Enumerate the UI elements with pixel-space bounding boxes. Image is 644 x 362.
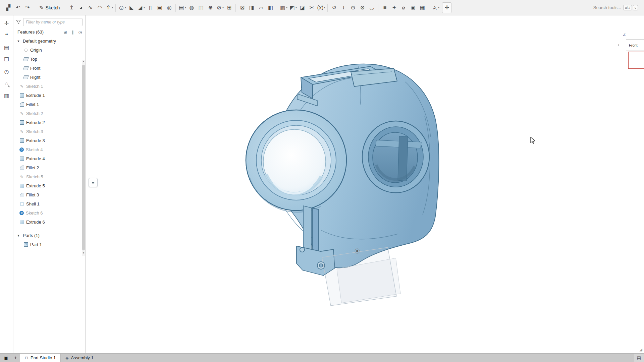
triad-move-button[interactable]: ✛ (1, 17, 12, 29)
feature-row[interactable]: Origin (13, 46, 85, 55)
feature-row[interactable]: Right (13, 73, 85, 82)
boolean-button[interactable]: ⊕ (206, 2, 215, 13)
sheet-metal-button[interactable]: ◬▾ (431, 2, 440, 13)
fill-surface-button[interactable]: ▨▾ (279, 2, 288, 13)
app-menu-icon[interactable]: ▞ (3, 2, 13, 13)
shell-button[interactable]: ▣ (155, 2, 164, 13)
sketch-button[interactable]: ✎ Sketch (36, 2, 63, 13)
chevron-down-icon[interactable]: ▼ (16, 234, 21, 237)
mate-connector-button[interactable]: ◉ (408, 2, 418, 13)
feature-row[interactable]: ✎Sketch 2 (13, 109, 85, 118)
tab-part-studio[interactable]: ⊡ Part Studio 1 (20, 354, 61, 362)
project-curve-button[interactable]: ⊙ (348, 2, 358, 13)
suppress-icon[interactable]: ∥ (72, 30, 74, 35)
feature-row[interactable]: Fillet 3 (13, 190, 85, 199)
feature-row[interactable]: Extrude 3 (13, 136, 85, 145)
document-panel-button[interactable]: ▤ (1, 42, 12, 54)
extend-surface-button[interactable]: ◪ (298, 2, 307, 13)
tab-manager-button[interactable]: ▤ (634, 354, 644, 362)
undo-button[interactable]: ↶ (13, 2, 23, 13)
helix-button[interactable]: ↺ (329, 2, 339, 13)
feature-list-button[interactable]: ▥ (1, 90, 12, 102)
tag-button[interactable]: ✦ (389, 2, 399, 13)
hole-button[interactable]: ◎ (164, 2, 174, 13)
sweep-button[interactable]: ∿ (86, 2, 95, 13)
search-button[interactable]: ◌ (1, 78, 12, 90)
transform-button[interactable]: ⊞ (224, 2, 234, 13)
delete-part-button[interactable]: ⊠ (237, 2, 247, 13)
scroll-up-icon[interactable]: ▲ (82, 60, 85, 64)
add-tab-button[interactable]: + (11, 354, 20, 362)
parts-list-button[interactable]: ❒ (1, 54, 12, 66)
feature-row[interactable]: Shell 1 (13, 199, 85, 208)
viewport[interactable]: ≡ Z ‹ Front ◢ (86, 15, 644, 353)
view-cube-rotate-icon[interactable]: ‹ (618, 42, 619, 47)
feature-row[interactable]: Extrude 2 (13, 118, 85, 127)
boundary-surface-button[interactable]: ◩▾ (288, 2, 298, 13)
linear-pattern-button[interactable]: ▤▾ (177, 2, 187, 13)
feature-row[interactable]: Part 1 (13, 240, 85, 249)
feature-row[interactable]: ✎Sketch 3 (13, 127, 85, 136)
replace-face-button[interactable]: ◧ (266, 2, 275, 13)
composite-curve-button[interactable]: ≡ (380, 2, 389, 13)
intersection-curve-button[interactable]: ⊗ (358, 2, 367, 13)
mirror-button[interactable]: ◫ (196, 2, 206, 13)
rollback-icon[interactable]: ◷ (78, 30, 82, 35)
default-geometry-group[interactable]: ▼ Default geometry (13, 37, 85, 46)
thicken-button[interactable]: ⇑▾ (104, 2, 114, 13)
chevron-down-icon[interactable]: ▼ (16, 40, 21, 43)
variable-button[interactable]: (x)▾ (316, 2, 326, 13)
sketch-plane[interactable] (322, 247, 400, 306)
comment-button[interactable]: ❝ (1, 29, 12, 42)
extrude-button[interactable]: ↥ (67, 2, 76, 13)
tab-assembly[interactable]: ◈ Assembly 1 (61, 354, 98, 362)
rib-button[interactable]: ▯ (146, 2, 155, 13)
offset-surface-button[interactable]: ▱ (256, 2, 266, 13)
center-target-button[interactable]: ✛ (442, 2, 451, 13)
feature-row[interactable]: Extrude 6 (13, 218, 85, 227)
capture-thumbnail-button[interactable]: ▣ (0, 354, 11, 362)
fillet-button[interactable]: ◵▾ (117, 2, 127, 13)
search-tools[interactable]: Search tools... alt /c (593, 5, 641, 10)
feature-row[interactable]: Extrude 5 (13, 181, 85, 190)
filter-input[interactable] (23, 18, 83, 26)
rollback-bar-handle[interactable]: ≡ (89, 178, 98, 187)
draft-button[interactable]: ◢▾ (136, 2, 146, 13)
view-cube[interactable]: Z ‹ Front (604, 25, 644, 85)
feature-row[interactable]: ✎Sketch 1 (13, 82, 85, 91)
mouse-cursor (530, 137, 536, 144)
sketch-icon: ✎ (19, 129, 24, 134)
feature-row[interactable]: ↻Sketch 6 (13, 208, 85, 218)
split-button[interactable]: ⊘▾ (215, 2, 224, 13)
feature-row[interactable]: Front (13, 64, 85, 73)
revolve-button[interactable]: ◕ (76, 2, 86, 13)
feature-row[interactable]: ↻Sketch 4 (13, 145, 85, 154)
bridging-curve-button[interactable]: ◡ (367, 2, 376, 13)
scrollbar-thumb[interactable] (82, 65, 85, 250)
trim-surface-button[interactable]: ✂ (307, 2, 316, 13)
scroll-down-icon[interactable]: ▼ (82, 252, 85, 256)
view-cube-front-face[interactable]: Front (626, 40, 644, 51)
circular-pattern-button[interactable]: ◍ (187, 2, 196, 13)
feature-row[interactable]: Top (13, 55, 85, 64)
redo-button[interactable]: ↷ (23, 2, 32, 13)
spline-button[interactable]: ≀ (339, 2, 348, 13)
feature-row[interactable]: Fillet 1 (13, 100, 85, 109)
loft-button[interactable]: ◠ (95, 2, 104, 13)
feature-row[interactable]: Extrude 4 (13, 154, 85, 163)
measure-button[interactable]: ⌀ (399, 2, 408, 13)
view-cube-edge[interactable] (628, 52, 644, 69)
resize-corner-icon[interactable]: ◢ (640, 348, 642, 352)
feature-row[interactable]: ✎Sketch 5 (13, 172, 85, 181)
chamfer-button[interactable]: ◣ (127, 2, 136, 13)
feature-row[interactable]: Fillet 2 (13, 163, 85, 172)
feature-row[interactable]: Extrude 1 (13, 91, 85, 100)
move-face-button[interactable]: ◨ (247, 2, 256, 13)
intersection-curve-icon: ⊗ (359, 5, 365, 10)
parts-group[interactable]: ▼ Parts (1) (13, 231, 85, 240)
feature-tree-scrollbar[interactable]: ▲ ▼ (82, 60, 85, 256)
history-button[interactable]: ◷ (1, 66, 12, 78)
3d-model[interactable] (86, 15, 644, 353)
insert-here-icon[interactable]: ⊞ (63, 30, 67, 35)
frame-button[interactable]: ▦ (418, 2, 427, 13)
